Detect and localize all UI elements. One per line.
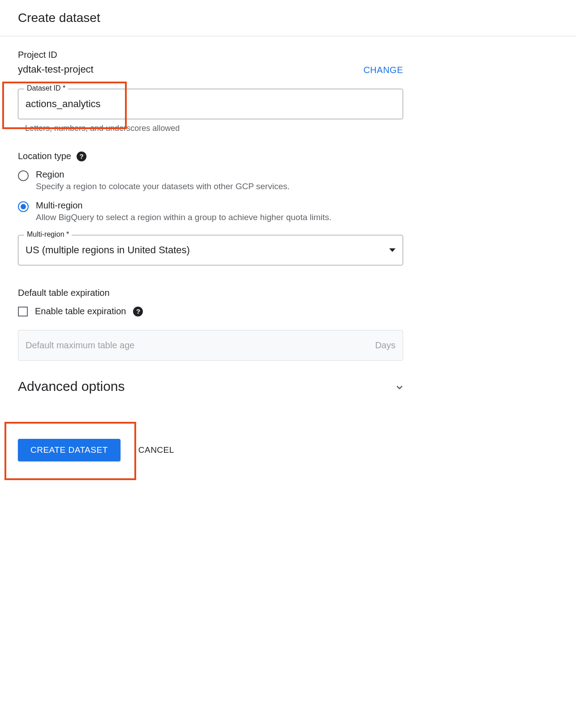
page-title: Create dataset bbox=[0, 0, 576, 36]
max-table-age-placeholder: Default maximum table age bbox=[26, 340, 134, 351]
enable-expiration-label: Enable table expiration bbox=[35, 306, 126, 316]
dataset-id-helper: Letters, numbers, and underscores allowe… bbox=[25, 124, 403, 133]
dataset-id-label: Dataset ID * bbox=[24, 84, 68, 92]
radio-icon bbox=[18, 170, 29, 181]
radio-region[interactable]: Region Specify a region to colocate your… bbox=[18, 169, 403, 191]
expiration-heading-label: Default table expiration bbox=[18, 288, 110, 298]
change-project-link[interactable]: CHANGE bbox=[363, 65, 403, 75]
advanced-options-label: Advanced options bbox=[18, 379, 125, 394]
project-id-value: ydtak-test-project bbox=[18, 64, 94, 75]
radio-region-desc: Specify a region to colocate your datase… bbox=[36, 182, 290, 191]
max-table-age-unit: Days bbox=[375, 340, 395, 351]
create-dataset-button[interactable]: CREATE DATASET bbox=[18, 439, 120, 461]
help-icon[interactable]: ? bbox=[77, 152, 86, 161]
radio-multi-region-desc: Allow BigQuery to select a region within… bbox=[36, 212, 331, 222]
max-table-age-input: Default maximum table age Days bbox=[18, 330, 403, 361]
radio-icon bbox=[18, 201, 29, 212]
radio-multi-region-title: Multi-region bbox=[36, 200, 331, 211]
expiration-heading: Default table expiration bbox=[18, 288, 403, 298]
location-type-label: Location type bbox=[18, 151, 71, 161]
dataset-id-input[interactable] bbox=[18, 89, 403, 119]
multi-region-select-label: Multi-region * bbox=[24, 230, 72, 238]
radio-multi-region[interactable]: Multi-region Allow BigQuery to select a … bbox=[18, 200, 403, 222]
project-id-label: Project ID bbox=[18, 50, 94, 60]
advanced-options-toggle[interactable]: Advanced options bbox=[18, 379, 403, 394]
enable-expiration-checkbox[interactable] bbox=[18, 307, 28, 316]
cancel-button[interactable]: CANCEL bbox=[138, 445, 174, 455]
help-icon[interactable]: ? bbox=[133, 307, 143, 316]
multi-region-select[interactable]: US (multiple regions in United States) bbox=[18, 235, 403, 265]
chevron-down-icon bbox=[394, 382, 403, 391]
location-type-heading: Location type ? bbox=[18, 151, 403, 161]
radio-region-title: Region bbox=[36, 169, 290, 180]
multi-region-select-value: US (multiple regions in United States) bbox=[26, 244, 190, 256]
project-id-row: Project ID ydtak-test-project CHANGE bbox=[18, 50, 403, 75]
caret-down-icon bbox=[389, 248, 395, 252]
